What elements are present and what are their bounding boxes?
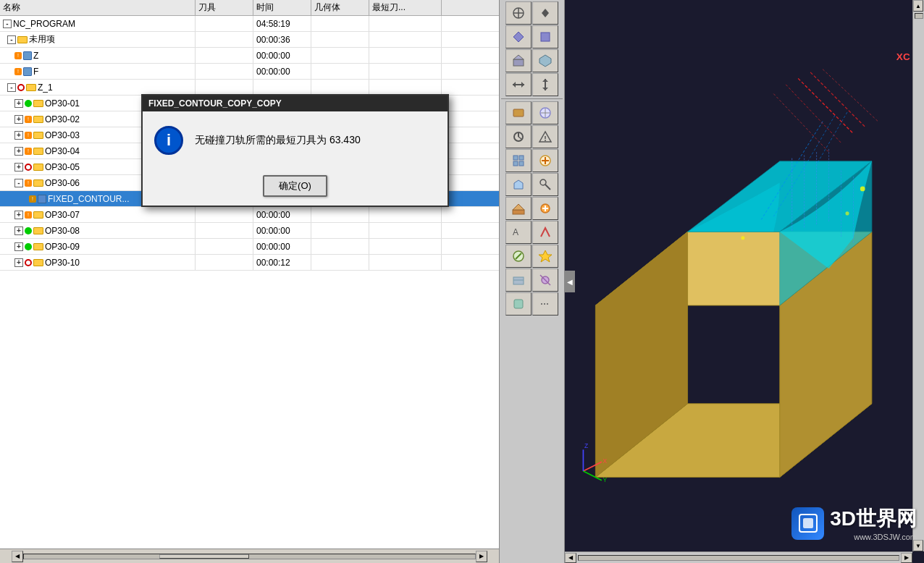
dialog-ok-button[interactable]: 确定(O) bbox=[263, 175, 327, 197]
viewport-h-scrollbar[interactable]: ◀ ▶ bbox=[565, 551, 912, 563]
toolbar-btn[interactable] bbox=[505, 25, 532, 48]
col-time: 时间 bbox=[253, 0, 311, 15]
svg-text:Y: Y bbox=[603, 476, 608, 483]
scene-background: X Y Z XC ◀ ▼ ▶ 3D世界网 bbox=[565, 0, 924, 563]
scroll-up[interactable]: ▲ bbox=[913, 0, 923, 12]
cell-geo bbox=[311, 255, 369, 270]
cell-time: 00:00:12 bbox=[253, 255, 311, 270]
toolbar: A bbox=[500, 0, 565, 563]
table-row[interactable]: - Z_1 bbox=[0, 80, 499, 96]
table-row[interactable]: + OP30-09 00:00:00 bbox=[0, 239, 499, 255]
toolbar-btn[interactable] bbox=[505, 125, 532, 148]
toolbar-btn[interactable] bbox=[532, 268, 558, 292]
cell-time: 04:58:19 bbox=[253, 16, 311, 31]
toolbar-btn[interactable] bbox=[532, 73, 558, 96]
row-label: OP30-02 bbox=[45, 114, 80, 124]
expand-icon[interactable]: + bbox=[14, 211, 23, 219]
warn-icon: ! bbox=[14, 68, 22, 75]
toolbar-btn[interactable] bbox=[532, 149, 558, 172]
folder-icon bbox=[33, 259, 43, 266]
toolbar-btn[interactable] bbox=[532, 49, 558, 72]
svg-marker-3 bbox=[542, 9, 549, 13]
svg-text:Z: Z bbox=[584, 442, 588, 449]
toolbar-btn[interactable] bbox=[532, 173, 558, 196]
toolbar-row bbox=[501, 49, 563, 72]
viewport-left-arrow[interactable]: ◀ bbox=[565, 271, 575, 292]
expand-icon[interactable]: + bbox=[14, 99, 23, 108]
expand-icon[interactable]: + bbox=[14, 115, 23, 124]
expand-icon[interactable]: + bbox=[14, 242, 23, 251]
toolbar-btn[interactable] bbox=[532, 292, 558, 316]
h-track[interactable] bbox=[578, 555, 899, 561]
col-min: 最短刀... bbox=[369, 0, 442, 15]
expand-icon[interactable]: + bbox=[14, 163, 23, 172]
scroll-left[interactable]: ◀ bbox=[565, 553, 576, 563]
toolbar-btn[interactable] bbox=[505, 268, 532, 292]
toolbar-btn[interactable] bbox=[505, 245, 532, 268]
toolbar-row bbox=[501, 197, 563, 220]
viewport-v-scrollbar[interactable]: ▲ ▼ bbox=[912, 0, 924, 551]
table-row[interactable]: ! Z 00:00:00 bbox=[0, 48, 499, 64]
expand-icon[interactable]: + bbox=[14, 227, 23, 235]
table-row[interactable]: ! F 00:00:00 bbox=[0, 64, 499, 80]
row-label: NC_PROGRAM bbox=[13, 19, 75, 29]
scroll-right-arrow[interactable]: ▶ bbox=[476, 551, 487, 562]
folder-icon bbox=[33, 148, 43, 155]
svg-rect-6 bbox=[541, 33, 550, 41]
warn-icon: ! bbox=[25, 211, 32, 219]
row-label: OP30-07 bbox=[45, 210, 80, 220]
toolbar-btn[interactable]: A bbox=[505, 221, 532, 244]
toolbar-btn[interactable] bbox=[505, 49, 532, 72]
scrollbar-thumb[interactable] bbox=[159, 554, 250, 559]
toolbar-btn[interactable] bbox=[532, 25, 558, 48]
cell-name: + OP30-10 bbox=[0, 255, 196, 270]
toolbar-btn[interactable] bbox=[505, 101, 532, 124]
toolbar-btn[interactable] bbox=[505, 197, 532, 220]
toolbar-btn[interactable] bbox=[505, 292, 532, 316]
expand-icon[interactable]: - bbox=[7, 83, 16, 92]
toolbar-btn[interactable] bbox=[532, 197, 558, 220]
toolbar-btn[interactable] bbox=[532, 245, 558, 268]
toolbar-btn[interactable] bbox=[532, 101, 558, 124]
horizontal-scrollbar[interactable]: ◀ ▶ bbox=[0, 549, 499, 563]
expand-icon[interactable]: - bbox=[14, 179, 23, 187]
toolbar-btn[interactable] bbox=[505, 1, 532, 25]
toolbar-btn[interactable] bbox=[505, 149, 532, 172]
warn-icon: ! bbox=[25, 116, 32, 123]
cell-time: 00:00:00 bbox=[253, 48, 311, 63]
ok-icon bbox=[25, 243, 32, 250]
scroll-left-arrow[interactable]: ◀ bbox=[12, 551, 23, 562]
table-row[interactable]: + ! OP30-07 00:00:00 bbox=[0, 207, 499, 223]
scrollbar-track[interactable] bbox=[23, 554, 476, 559]
toolbar-btn[interactable] bbox=[532, 1, 558, 25]
svg-rect-44 bbox=[513, 277, 524, 284]
toolbar-btn[interactable] bbox=[532, 125, 558, 148]
scroll-right[interactable]: ▶ bbox=[901, 553, 912, 563]
expand-icon[interactable]: - bbox=[7, 35, 16, 44]
cell-tool bbox=[196, 239, 253, 254]
toolbar-btn[interactable] bbox=[505, 73, 532, 96]
toolbar-row bbox=[501, 125, 563, 148]
viewport[interactable]: X Y Z XC ◀ ▼ ▶ 3D世界网 bbox=[565, 0, 924, 563]
table-row[interactable]: + OP30-10 00:00:12 bbox=[0, 255, 499, 271]
table-row[interactable]: + OP30-08 00:00:00 bbox=[0, 223, 499, 239]
cell-min bbox=[369, 80, 442, 95]
svg-marker-43 bbox=[539, 250, 552, 262]
table-row[interactable]: - NC_PROGRAM 04:58:19 bbox=[0, 16, 499, 32]
expand-icon[interactable]: + bbox=[14, 131, 23, 140]
cell-name: + OP30-08 bbox=[0, 223, 196, 238]
svg-rect-29 bbox=[519, 161, 524, 166]
scroll-down[interactable]: ▼ bbox=[913, 540, 923, 551]
cell-min bbox=[369, 223, 442, 238]
toolbar-btn[interactable] bbox=[532, 221, 558, 244]
table-row[interactable]: - 未用项 00:00:36 bbox=[0, 32, 499, 48]
expand-icon[interactable]: + bbox=[14, 258, 23, 267]
cell-geo bbox=[311, 207, 369, 222]
cell-name: ! F bbox=[0, 64, 196, 79]
v-track[interactable] bbox=[915, 13, 923, 19]
toolbar-btn[interactable] bbox=[505, 173, 532, 196]
svg-text:X: X bbox=[603, 457, 608, 465]
expand-icon[interactable]: - bbox=[3, 20, 12, 28]
svg-marker-5 bbox=[513, 32, 524, 42]
expand-icon[interactable]: + bbox=[14, 147, 23, 156]
